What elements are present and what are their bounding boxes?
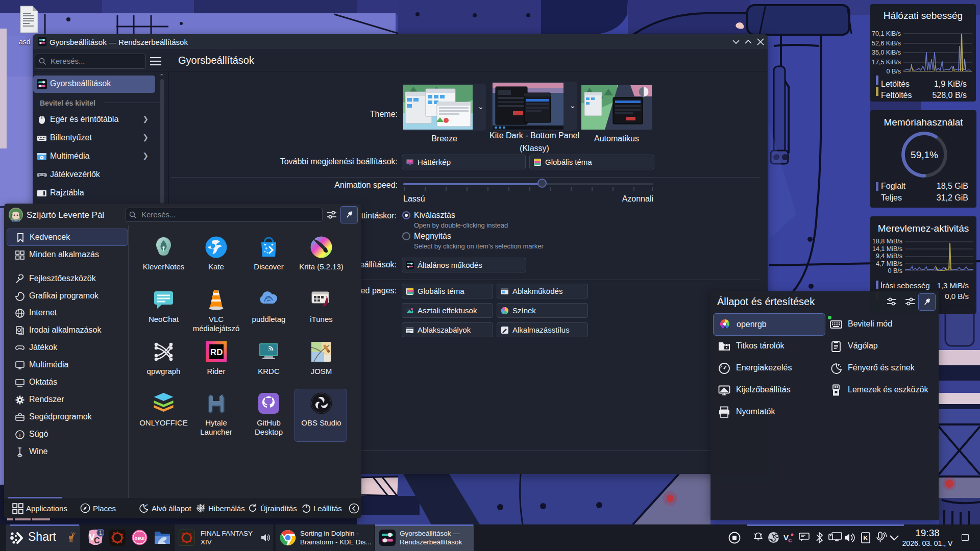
- svg-text:z: z: [146, 503, 148, 506]
- svg-text:K: K: [863, 534, 868, 542]
- svg-text:RD: RD: [210, 347, 223, 357]
- svg-text:i: i: [19, 432, 20, 438]
- svg-text:1: 1: [99, 530, 102, 536]
- svg-text:59,1%: 59,1%: [911, 149, 938, 160]
- svg-text:z: z: [203, 503, 205, 508]
- svg-text:asd: asd: [19, 38, 31, 46]
- svg-text:c: c: [788, 536, 792, 543]
- svg-text:osu!: osu!: [134, 535, 144, 541]
- svg-text:C: C: [94, 536, 100, 545]
